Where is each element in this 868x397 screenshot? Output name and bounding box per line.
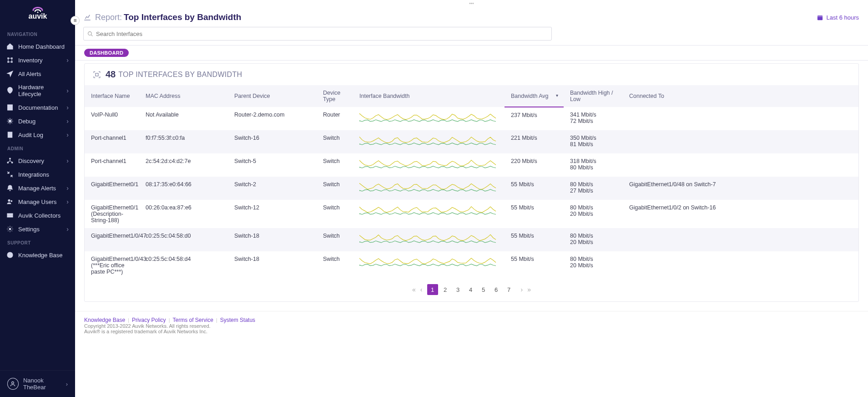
column-bandwidth-avg[interactable]: Bandwidth Avg (505, 85, 564, 107)
nav-label: Hardware Lifecycle (18, 84, 66, 97)
table-row[interactable]: GigabitEthernet1/0/47c0:25:5c:04:58:d0Sw… (85, 228, 858, 251)
panel-title: TOP INTERFACES BY BANDWIDTH (118, 71, 242, 79)
chevron-right-icon: › (66, 56, 69, 64)
page-5[interactable]: 5 (478, 284, 489, 295)
page-prev[interactable]: ‹ (420, 286, 423, 293)
bandwidth-sparkline (359, 158, 498, 171)
svg-point-7 (9, 120, 11, 122)
sidebar-item-knowledge-base[interactable]: Knowledge Base (0, 248, 75, 262)
bandwidth-sparkline (359, 233, 498, 245)
table-row[interactable]: GigabitEthernet0/1 (Description-String-1… (85, 200, 858, 228)
column-bandwidth-high-low[interactable]: Bandwidth High / Low (564, 85, 623, 107)
page-first[interactable]: « (412, 286, 416, 293)
page-6[interactable]: 6 (491, 284, 502, 295)
cell-interface-name: GigabitEthernet0/1 (85, 177, 139, 200)
column-parent-device[interactable]: Parent Device (228, 85, 317, 107)
page-next[interactable]: › (521, 286, 523, 293)
chevron-right-icon: › (66, 131, 69, 138)
auvik-logo-icon: auvik (15, 7, 61, 20)
cell-avg: 237 Mbit/s (505, 107, 564, 130)
cell-type: Switch (317, 130, 353, 153)
footer-link-system-status[interactable]: System Status (220, 317, 255, 323)
cell-mac: c0:25:5c:04:58:d4 (139, 251, 228, 280)
cell-high-low: 80 Mbit/s20 Mbit/s (564, 200, 623, 228)
sidebar-item-manage-users[interactable]: Manage Users› (0, 195, 75, 209)
page-4[interactable]: 4 (465, 284, 476, 295)
sidebar-item-all-alerts[interactable]: All Alerts (0, 67, 75, 81)
cell-avg: 55 Mbit/s (505, 200, 564, 228)
footer-link-privacy-policy[interactable]: Privacy Policy (132, 317, 166, 323)
sidebar-item-settings[interactable]: Settings› (0, 222, 75, 236)
sidebar-item-documentation[interactable]: Documentation› (0, 101, 75, 114)
time-range-selector[interactable]: Last 6 hours (817, 14, 859, 21)
page-1[interactable]: 1 (427, 284, 438, 295)
interfaces-table: Interface NameMAC AddressParent DeviceDe… (85, 85, 858, 280)
sidebar-item-discovery[interactable]: Discovery› (0, 154, 75, 168)
time-range-label: Last 6 hours (826, 14, 859, 21)
page-3[interactable]: 3 (453, 284, 464, 295)
cell-connected (623, 251, 858, 280)
sidebar-item-manage-alerts[interactable]: Manage Alerts› (0, 181, 75, 195)
column-interface-bandwidth[interactable]: Interface Bandwidth (353, 85, 505, 107)
footer-link-terms-of-service[interactable]: Terms of Service (172, 317, 213, 323)
sidebar-item-audit-log[interactable]: Audit Log› (0, 128, 75, 142)
cell-high-low: 80 Mbit/s27 Mbit/s (564, 177, 623, 200)
nav-label: Knowledge Base (18, 252, 63, 259)
search-input[interactable] (96, 31, 548, 37)
bandwidth-sparkline (359, 181, 498, 194)
column-interface-name[interactable]: Interface Name (85, 85, 139, 107)
nav-label: Debug (18, 118, 35, 125)
sidebar-item-auvik-collectors[interactable]: Auvik Collectors (0, 209, 75, 222)
column-device-type[interactable]: Device Type (317, 85, 353, 107)
table-row[interactable]: Port-channel12c:54:2d:c4:d2:7eSwitch-5Sw… (85, 153, 858, 177)
column-mac-address[interactable]: MAC Address (139, 85, 228, 107)
logo: auvik ≡ (0, 0, 75, 27)
user-avatar-icon (7, 378, 19, 390)
nav-icon (6, 212, 14, 219)
sidebar-item-debug[interactable]: Debug› (0, 114, 75, 128)
sidebar-item-hardware-lifecycle[interactable]: Hardware Lifecycle› (0, 81, 75, 101)
cell-type: Switch (317, 177, 353, 200)
sidebar-item-inventory[interactable]: Inventory› (0, 53, 75, 67)
cell-connected (623, 107, 858, 130)
page-7[interactable]: 7 (504, 284, 515, 295)
report-panel: 48 TOP INTERFACES BY BANDWIDTH Interface… (84, 63, 859, 302)
table-row[interactable]: GigabitEthernet0/108:17:35:e0:64:66Switc… (85, 177, 858, 200)
main-content: ••• Report: Top Interfaces by Bandwidth … (75, 0, 868, 397)
nav-label: Settings (18, 226, 40, 233)
user-menu[interactable]: Nanook TheBear › (0, 370, 75, 397)
page-2[interactable]: 2 (440, 284, 451, 295)
nav-icon (6, 104, 14, 111)
nav-label: Home Dashboard (18, 43, 65, 50)
chevron-right-icon: › (66, 117, 69, 125)
cell-interface-name: GigabitEthernet1/0/43 (***Eric office pa… (85, 251, 139, 280)
footer-link-knowledge-base[interactable]: Knowledge Base (84, 317, 125, 323)
table-row[interactable]: Port-channel1f0:f7:55:3f:c0:faSwitch-16S… (85, 130, 858, 153)
cell-avg: 55 Mbit/s (505, 177, 564, 200)
footer-trademark: Auvik® is a registered trademark of Auvi… (84, 329, 859, 334)
nav-icon (6, 70, 14, 77)
cell-type: Switch (317, 228, 353, 251)
chevron-right-icon: › (66, 184, 69, 192)
cell-high-low: 318 Mbit/s80 Mbit/s (564, 153, 623, 177)
cell-mac: f0:f7:55:3f:c0:fa (139, 130, 228, 153)
chevron-right-icon: › (66, 198, 69, 205)
sidebar-collapse-button[interactable]: ≡ (71, 16, 80, 25)
cell-parent: Router-2.demo.com (228, 107, 317, 130)
page-last[interactable]: » (527, 286, 531, 293)
sidebar-item-home-dashboard[interactable]: Home Dashboard (0, 40, 75, 53)
table-row[interactable]: VoIP-Null0Not AvailableRouter-2.demo.com… (85, 107, 858, 130)
sidebar-item-integrations[interactable]: Integrations (0, 168, 75, 181)
drag-handle-icon[interactable]: ••• (75, 0, 868, 6)
cell-bandwidth-chart (353, 177, 505, 200)
cell-connected (623, 153, 858, 177)
svg-point-9 (10, 158, 11, 159)
cell-interface-name: Port-channel1 (85, 130, 139, 153)
cell-bandwidth-chart (353, 228, 505, 251)
page-header: Report: Top Interfaces by Bandwidth Last… (75, 6, 868, 24)
cell-mac: 00:26:0a:ea:87:e6 (139, 200, 228, 228)
table-row[interactable]: GigabitEthernet1/0/43 (***Eric office pa… (85, 251, 858, 280)
tab-dashboard[interactable]: DASHBOARD (84, 49, 129, 57)
search-box[interactable] (83, 27, 552, 41)
column-connected-to[interactable]: Connected To (623, 85, 858, 107)
